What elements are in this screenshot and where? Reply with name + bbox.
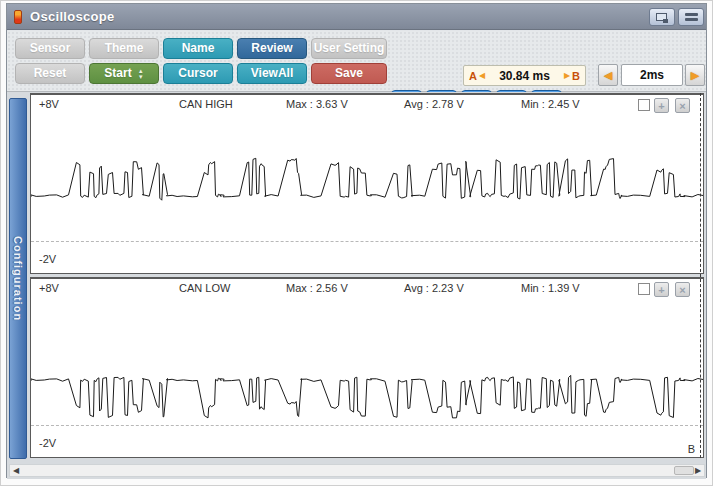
window-controls xyxy=(649,8,704,26)
scroll-left-icon: ◀ xyxy=(13,466,19,475)
channel-panel-can-high: +8V CAN HIGH Max : 3.63 V Avg : 2.78 V M… xyxy=(30,93,704,274)
reference-gridline xyxy=(31,425,703,426)
layout-bars-icon xyxy=(685,13,698,22)
cursor-b-arrow-icon: ▶ xyxy=(564,71,570,80)
close-icon: × xyxy=(679,100,685,112)
user-setting-button[interactable]: User Setting xyxy=(311,38,387,59)
channel-name: CAN HIGH xyxy=(179,98,233,110)
plus-icon: + xyxy=(658,284,664,296)
close-channel-button[interactable]: × xyxy=(675,282,690,297)
left-triangle-icon: ◀ xyxy=(604,69,612,81)
start-button-label: Start xyxy=(104,66,131,80)
app-icon xyxy=(14,10,22,24)
scroll-right-button[interactable]: ▶ xyxy=(692,465,704,476)
can-low-waveform xyxy=(31,279,704,458)
viewall-button[interactable]: ViewAll xyxy=(237,63,307,84)
channel-area: +8V CAN HIGH Max : 3.63 V Avg : 2.78 V M… xyxy=(30,93,704,458)
timebase-decrease-button[interactable]: ◀ xyxy=(598,64,618,86)
sensor-button[interactable]: Sensor xyxy=(15,38,85,59)
can-high-waveform xyxy=(31,95,704,274)
min-value: Min : 1.39 V xyxy=(521,282,580,294)
close-icon: × xyxy=(679,284,685,296)
reference-gridline xyxy=(31,241,703,242)
right-triangle-icon: ▶ xyxy=(691,69,699,81)
cursor-b-line[interactable] xyxy=(700,93,701,458)
max-value: Max : 3.63 V xyxy=(286,98,348,110)
plus-icon: + xyxy=(658,100,664,112)
reset-button[interactable]: Reset xyxy=(15,63,85,84)
close-channel-button[interactable]: × xyxy=(675,98,690,113)
cursor-b-marker: B xyxy=(688,443,695,455)
configuration-tab[interactable]: Configuration xyxy=(9,98,27,459)
scrollbar-thumb[interactable] xyxy=(674,466,694,475)
cursor-button[interactable]: Cursor xyxy=(163,63,233,84)
add-channel-button[interactable]: + xyxy=(654,98,669,113)
spinner-icon: ▲▼ xyxy=(138,68,144,80)
window-title: Oscilloscope xyxy=(30,9,115,24)
scroll-right-icon: ▶ xyxy=(695,466,701,475)
scale-bottom-label: -2V xyxy=(39,437,56,449)
avg-value: Avg : 2.23 V xyxy=(404,282,464,294)
cursor-a-arrow-icon: ◀ xyxy=(479,71,485,80)
max-value: Max : 2.56 V xyxy=(286,282,348,294)
add-channel-button[interactable]: + xyxy=(654,282,669,297)
theme-button[interactable]: Theme xyxy=(89,38,159,59)
ab-time-readout: A ◀ 30.84 ms ▶ B xyxy=(463,65,586,86)
toggle-layout-button[interactable] xyxy=(678,8,704,26)
scale-top-label: +8V xyxy=(39,98,59,110)
avg-value: Avg : 2.78 V xyxy=(404,98,464,110)
min-value: Min : 2.45 V xyxy=(521,98,580,110)
restore-window-button[interactable] xyxy=(649,8,675,26)
scale-bottom-label: -2V xyxy=(39,253,56,265)
toolbar: Sensor Theme Name Review User Setting A … xyxy=(7,31,706,92)
horizontal-scrollbar[interactable]: ◀ ▶ xyxy=(9,464,705,477)
restore-window-icon xyxy=(656,13,667,21)
scroll-left-button[interactable]: ◀ xyxy=(10,465,22,476)
timebase-increase-button[interactable]: ▶ xyxy=(685,64,705,86)
ab-time-value: 30.84 ms xyxy=(487,69,562,83)
configuration-tab-label: Configuration xyxy=(12,236,24,321)
cursor-b-label-readout: B xyxy=(572,70,580,82)
oscilloscope-window: Oscilloscope Sensor Theme Name Review Us… xyxy=(6,3,707,478)
main-area: Configuration +8V CAN HIGH Max : 3.63 V … xyxy=(7,92,706,479)
review-button[interactable]: Review xyxy=(237,38,307,59)
save-button[interactable]: Save xyxy=(311,63,387,84)
start-button[interactable]: Start▲▼ xyxy=(89,63,159,84)
channel-panel-can-low: +8V CAN LOW Max : 2.56 V Avg : 2.23 V Mi… xyxy=(30,277,704,458)
screenshot-root: Oscilloscope Sensor Theme Name Review Us… xyxy=(0,0,713,486)
scale-top-label: +8V xyxy=(39,282,59,294)
name-button[interactable]: Name xyxy=(163,38,233,59)
channel-checkbox[interactable] xyxy=(638,283,650,295)
channel-checkbox[interactable] xyxy=(638,99,650,111)
titlebar: Oscilloscope xyxy=(7,4,706,30)
channel-name: CAN LOW xyxy=(179,282,230,294)
timebase-value[interactable]: 2ms xyxy=(621,64,683,86)
cursor-a-label: A xyxy=(469,70,477,82)
